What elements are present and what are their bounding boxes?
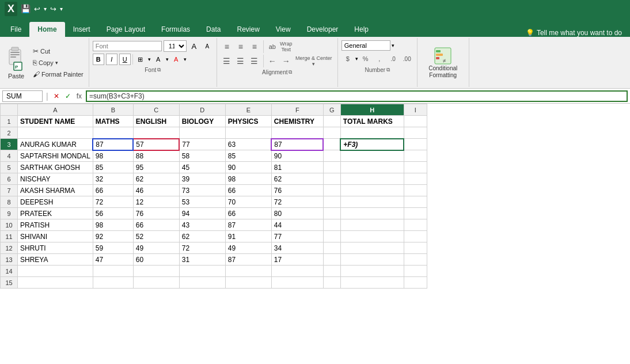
- tab-file[interactable]: File: [2, 22, 29, 37]
- cell-h6[interactable]: [340, 173, 404, 185]
- col-header-h[interactable]: H: [340, 104, 404, 116]
- row-header-12[interactable]: 12: [1, 242, 18, 254]
- tab-insert[interactable]: Insert: [65, 22, 98, 37]
- cell-d4[interactable]: 58: [179, 150, 225, 162]
- row-header-13[interactable]: 13: [1, 254, 18, 266]
- col-header-a[interactable]: A: [18, 104, 93, 116]
- cell-g7[interactable]: [323, 185, 340, 196]
- customize-icon[interactable]: ▾: [60, 6, 63, 12]
- cell-g6[interactable]: [323, 173, 340, 185]
- cell-g11[interactable]: [323, 231, 340, 242]
- row-header-6[interactable]: 6: [1, 173, 18, 185]
- cell-d1[interactable]: BIOLOGY: [179, 116, 225, 127]
- align-center-btn[interactable]: ☰: [234, 55, 247, 67]
- align-top-btn[interactable]: ≡: [221, 40, 233, 53]
- cell-h10[interactable]: [340, 219, 404, 231]
- col-header-b[interactable]: B: [93, 104, 133, 116]
- copy-button[interactable]: ⎘ Copy ▾: [31, 58, 85, 67]
- cell-c3[interactable]: 57: [133, 139, 179, 150]
- font-color-button[interactable]: A: [170, 54, 182, 65]
- row-header-7[interactable]: 7: [1, 185, 18, 196]
- row-header-15[interactable]: 15: [1, 277, 18, 289]
- name-box[interactable]: [2, 90, 43, 102]
- cell-b2[interactable]: [93, 127, 133, 139]
- tell-me-box[interactable]: 💡 Tell me what you want to do: [520, 29, 628, 37]
- cell-e14[interactable]: [225, 266, 271, 277]
- cell-i12[interactable]: [404, 242, 427, 254]
- align-left-btn[interactable]: ☰: [221, 55, 233, 67]
- cell-g5[interactable]: [323, 162, 340, 173]
- cell-h14[interactable]: [340, 266, 404, 277]
- decrease-decimal-btn[interactable]: .0: [387, 52, 400, 65]
- currency-btn[interactable]: $: [341, 52, 354, 65]
- alignment-expand-icon[interactable]: ⧉: [289, 69, 292, 75]
- cell-d9[interactable]: 94: [179, 208, 225, 219]
- font-size-select[interactable]: 111214: [164, 40, 187, 52]
- cell-d13[interactable]: 31: [179, 254, 225, 266]
- cell-g13[interactable]: [323, 254, 340, 266]
- tab-view[interactable]: View: [268, 22, 299, 37]
- cell-b7[interactable]: 66: [93, 185, 133, 196]
- insert-function-btn[interactable]: fx: [75, 92, 84, 101]
- cell-a14[interactable]: [18, 266, 93, 277]
- percent-btn[interactable]: %: [359, 52, 372, 65]
- cell-d12[interactable]: 72: [179, 242, 225, 254]
- cell-i4[interactable]: [404, 150, 427, 162]
- cell-f6[interactable]: 62: [271, 173, 323, 185]
- cell-d8[interactable]: 53: [179, 196, 225, 208]
- cell-h7[interactable]: [340, 185, 404, 196]
- cell-a11[interactable]: SHIVANI: [18, 231, 93, 242]
- row-header-1[interactable]: 1: [1, 116, 18, 127]
- formula-input-area[interactable]: =sum(B3+C3+F3): [86, 90, 628, 102]
- cell-c6[interactable]: 62: [133, 173, 179, 185]
- cell-f2[interactable]: [271, 127, 323, 139]
- cell-e8[interactable]: 70: [225, 196, 271, 208]
- row-header-4[interactable]: 4: [1, 150, 18, 162]
- copy-dropdown[interactable]: ▾: [55, 60, 58, 66]
- cell-e13[interactable]: 87: [225, 254, 271, 266]
- cell-e2[interactable]: [225, 127, 271, 139]
- cell-b8[interactable]: 72: [93, 196, 133, 208]
- align-right-btn[interactable]: ☰: [248, 55, 261, 67]
- cell-b1[interactable]: MATHS: [93, 116, 133, 127]
- cell-c8[interactable]: 12: [133, 196, 179, 208]
- cell-h3[interactable]: +F3): [340, 139, 404, 150]
- cell-h9[interactable]: [340, 208, 404, 219]
- cell-i13[interactable]: [404, 254, 427, 266]
- cell-e7[interactable]: 66: [225, 185, 271, 196]
- cell-g10[interactable]: [323, 219, 340, 231]
- cell-c12[interactable]: 49: [133, 242, 179, 254]
- cell-i2[interactable]: [404, 127, 427, 139]
- cell-h2[interactable]: [340, 127, 404, 139]
- font-expand-icon[interactable]: ⧉: [157, 67, 161, 73]
- cell-b9[interactable]: 56: [93, 208, 133, 219]
- cell-g15[interactable]: [323, 277, 340, 289]
- comma-btn[interactable]: ,: [373, 52, 386, 65]
- cell-g4[interactable]: [323, 150, 340, 162]
- align-bottom-btn[interactable]: ≡: [248, 40, 261, 53]
- number-format-input[interactable]: [341, 40, 390, 51]
- cell-h8[interactable]: [340, 196, 404, 208]
- redo-icon[interactable]: ↪: [50, 5, 56, 13]
- col-header-g[interactable]: G: [323, 104, 340, 116]
- fill-dropdown[interactable]: ▾: [166, 56, 169, 62]
- row-header-10[interactable]: 10: [1, 219, 18, 231]
- cell-d3[interactable]: 77: [179, 139, 225, 150]
- cell-b5[interactable]: 85: [93, 162, 133, 173]
- col-header-d[interactable]: D: [179, 104, 225, 116]
- cell-i9[interactable]: [404, 208, 427, 219]
- cell-b4[interactable]: 98: [93, 150, 133, 162]
- cell-h4[interactable]: [340, 150, 404, 162]
- cell-c15[interactable]: [133, 277, 179, 289]
- cell-e3[interactable]: 63: [225, 139, 271, 150]
- cell-a7[interactable]: AKASH SHARMA: [18, 185, 93, 196]
- cell-h13[interactable]: [340, 254, 404, 266]
- cell-g12[interactable]: [323, 242, 340, 254]
- save-icon[interactable]: 💾: [21, 4, 31, 13]
- cell-b13[interactable]: 47: [93, 254, 133, 266]
- italic-button[interactable]: I: [106, 54, 117, 65]
- cell-f1[interactable]: CHEMISTRY: [271, 116, 323, 127]
- fill-color-button[interactable]: A: [153, 54, 164, 65]
- cell-g8[interactable]: [323, 196, 340, 208]
- col-header-f[interactable]: F: [271, 104, 323, 116]
